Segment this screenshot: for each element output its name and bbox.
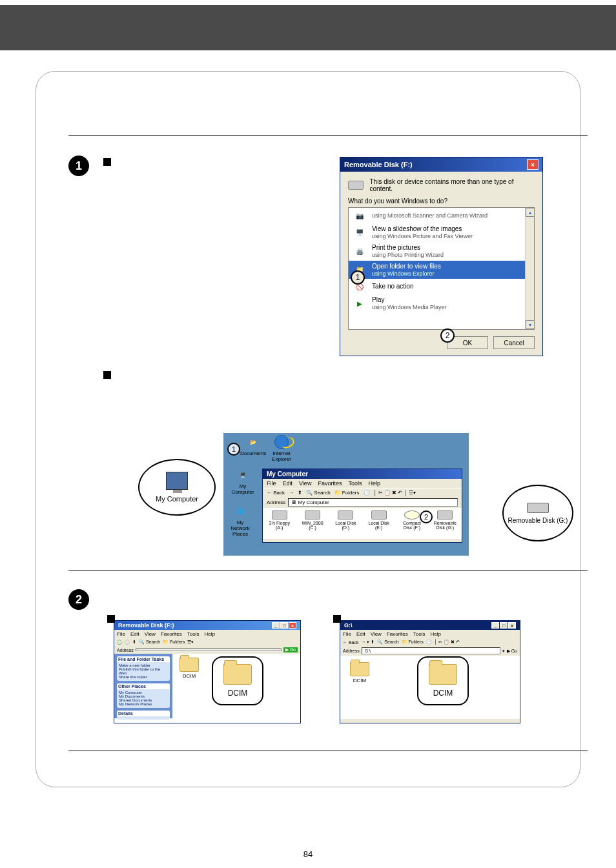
action-none[interactable]: 🚫 Take no action <box>349 279 525 294</box>
close-button[interactable]: × <box>508 622 516 629</box>
views-button[interactable]: ☰▾ <box>187 640 194 645</box>
hdd-icon <box>305 510 320 520</box>
annotation-1: 1 <box>351 270 365 285</box>
menu-view[interactable]: View <box>371 631 382 637</box>
menu-help[interactable]: Help <box>430 631 440 637</box>
step-2-badge: 2 <box>68 589 89 610</box>
cancel-button[interactable]: Cancel <box>493 336 535 349</box>
minimize-button[interactable]: _ <box>272 622 280 629</box>
drive-d[interactable]: Local Disk (D:) <box>333 510 358 536</box>
w2k-titlebar: G:\ _ □ × <box>340 621 520 630</box>
step-1-row: 1 <box>68 156 118 176</box>
address-input[interactable]: G:\ <box>362 647 500 654</box>
action-slideshow[interactable]: 🖥️ View a slideshow of the imagesusing W… <box>349 223 525 242</box>
bullet <box>333 615 341 623</box>
menu-favorites[interactable]: Favorites <box>161 631 182 637</box>
explorer-toolbar: ← Back →⬆ 🔍 Search 📁 Folders 🕑 │ ✂ 📋 ✖ ↶… <box>263 488 462 497</box>
floppy-icon <box>272 510 287 520</box>
network-icon: 🌐 <box>232 504 249 518</box>
back-button[interactable]: ◯ <box>117 640 122 645</box>
action-open-folder[interactable]: 📁 Open folder to view filesusing Windows… <box>349 261 525 279</box>
divider <box>68 135 588 136</box>
removable-label: Removable Disk (G:) <box>508 517 568 524</box>
action-print[interactable]: 🖨️ Print the picturesusing Photo Printin… <box>349 242 525 261</box>
folders-button[interactable]: 📁 Folders <box>334 490 360 496</box>
menu-view[interactable]: View <box>145 631 156 637</box>
menu-edit[interactable]: Edit <box>130 631 139 637</box>
folder-icon <box>429 664 457 685</box>
step-2-row: 2 <box>68 589 103 610</box>
menu-tools[interactable]: Tools <box>413 631 426 637</box>
place-network[interactable]: My Network Places <box>119 702 168 706</box>
drive-c[interactable]: WIN_2000 (C:) <box>300 510 325 536</box>
xp-explorer-window: Removable Disk (F:) _ □ × File Edit View… <box>114 620 301 723</box>
dcim-callout-xp: DCIM <box>212 656 263 705</box>
drive-g[interactable]: Removable Disk (G:) <box>433 510 458 536</box>
menu-tools[interactable]: Tools <box>187 631 200 637</box>
desktop-documents[interactable]: 📂 Documents <box>240 435 266 456</box>
go-button[interactable]: ▶ Go <box>507 649 517 654</box>
page-number: 84 <box>0 849 616 859</box>
dcim-2k-col: G:\ _ □ × File Edit View Favorites Tools… <box>340 620 520 723</box>
removable-icon <box>437 510 453 520</box>
hdd-icon <box>338 510 353 520</box>
xp-toolbar: ◯ ◯ ⬆ 🔍 Search 📁 Folders ☰▾ <box>114 638 300 646</box>
maximize-button[interactable]: □ <box>280 622 288 629</box>
action-scanner[interactable]: 📷 using Microsoft Scanner and Camera Wiz… <box>349 208 525 223</box>
scroll-up-icon[interactable]: ▴ <box>526 208 535 217</box>
ie-icon <box>274 435 289 449</box>
drive-e[interactable]: Local Disk (E:) <box>366 510 391 536</box>
menu-file[interactable]: File <box>267 480 276 487</box>
play-icon: ▶ <box>353 298 367 310</box>
back-button[interactable]: ← Back <box>267 490 285 496</box>
address-input[interactable]: 🖥 My Computer <box>288 498 458 507</box>
folder-icon <box>350 662 369 676</box>
close-button[interactable]: × <box>289 622 296 629</box>
header-band <box>0 5 616 50</box>
menu-edit[interactable]: Edit <box>283 480 293 487</box>
dcim-folder[interactable]: DCIM <box>347 662 373 683</box>
scrollbar[interactable]: ▴ ▾ <box>525 208 534 329</box>
search-button[interactable]: 🔍 Search <box>139 640 160 645</box>
computer-icon: 🖥️ <box>234 468 251 482</box>
back-button[interactable]: ← Back <box>343 640 359 645</box>
menu-tools[interactable]: Tools <box>348 480 362 487</box>
tasks-panel: File and Folder Tasks Make a new folder … <box>117 656 170 681</box>
forward-button[interactable]: ◯ <box>125 640 130 645</box>
up-button[interactable]: ⬆ <box>132 640 136 645</box>
desktop-mynetwork[interactable]: 🌐 My Network Places <box>227 504 253 537</box>
history-icon[interactable]: 🕑 <box>426 640 432 645</box>
address-input[interactable] <box>136 649 282 651</box>
menu-edit[interactable]: Edit <box>356 631 365 637</box>
task-share[interactable]: Share this folder <box>119 675 168 679</box>
search-button[interactable]: 🔍 Search <box>306 490 331 496</box>
minimize-button[interactable]: _ <box>491 622 499 629</box>
maximize-button[interactable]: □ <box>500 622 508 629</box>
menu-view[interactable]: View <box>299 480 311 487</box>
hdd-icon <box>371 510 387 520</box>
history-icon[interactable]: 🕑 <box>364 490 370 496</box>
removable-drive-icon <box>527 503 549 513</box>
menu-help[interactable]: Help <box>368 480 380 487</box>
drive-a[interactable]: 3½ Floppy (A:) <box>267 510 292 536</box>
go-button[interactable]: ▶ Go <box>283 647 298 652</box>
task-publish[interactable]: Publish this folder to the Web <box>119 667 168 675</box>
menu-favorites[interactable]: Favorites <box>387 631 408 637</box>
folders-button[interactable]: 📁 Folders <box>402 640 424 645</box>
menu-help[interactable]: Help <box>204 631 214 637</box>
search-button[interactable]: 🔍 Search <box>377 640 398 645</box>
action-list[interactable]: 📷 using Microsoft Scanner and Camera Wiz… <box>348 207 535 330</box>
action-play[interactable]: ▶ Playusing Windows Media Player <box>349 294 525 313</box>
ok-button[interactable]: OK <box>447 336 488 349</box>
desktop-ie[interactable]: Internet Explorer <box>269 435 294 462</box>
folders-button[interactable]: 📁 Folders <box>163 640 185 645</box>
menu-file[interactable]: File <box>117 631 125 637</box>
scroll-down-icon[interactable]: ▾ <box>526 320 535 329</box>
desktop-mycomputer[interactable]: 🖥️ My Computer <box>230 468 256 495</box>
menu-file[interactable]: File <box>343 631 351 637</box>
dcim-folder[interactable]: DCIM <box>176 658 202 679</box>
close-button[interactable]: × <box>527 159 539 170</box>
scanner-icon: 📷 <box>353 210 367 221</box>
menu-favorites[interactable]: Favorites <box>318 480 342 487</box>
slideshow-icon: 🖥️ <box>353 227 367 238</box>
